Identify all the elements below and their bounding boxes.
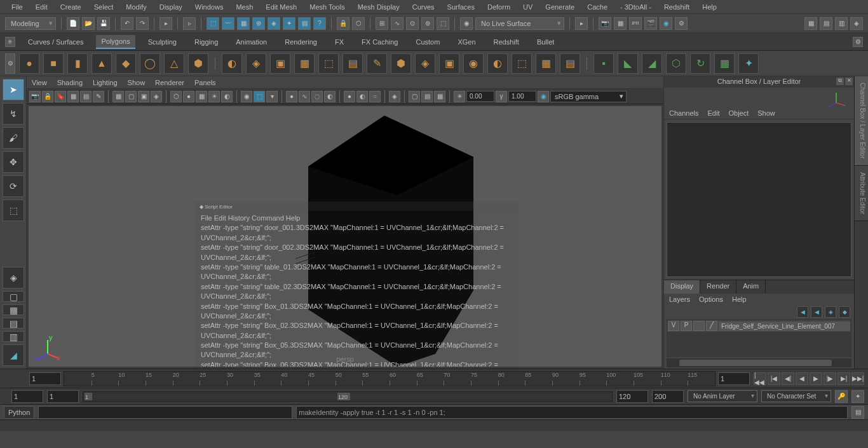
menu-help[interactable]: Help xyxy=(696,1,723,13)
close-icon[interactable]: ✕ xyxy=(845,78,853,85)
layer-new-selected-icon[interactable]: ◆ xyxy=(839,306,850,318)
vp-2d-icon[interactable]: ▤ xyxy=(80,91,92,102)
vp-lights-icon[interactable]: ☀ xyxy=(208,91,220,102)
render-view-button[interactable]: 🎬 xyxy=(644,17,657,30)
menu-surfaces[interactable]: Surfaces xyxy=(441,1,481,13)
select-hierarchy-button[interactable]: ▸ xyxy=(159,17,172,30)
shelf-menu-icon[interactable]: ≡ xyxy=(5,37,15,47)
open-scene-button[interactable]: 📂 xyxy=(82,17,95,30)
layout-four-icon[interactable]: ▦ xyxy=(3,304,24,315)
render-globals-button[interactable]: ⚙ xyxy=(675,17,688,30)
shelf-custom[interactable]: Custom xyxy=(411,36,445,48)
shelf-fx[interactable]: FX xyxy=(330,36,349,48)
settings-button[interactable]: ◈ xyxy=(850,17,863,30)
snap-grid-button[interactable]: ⊞ xyxy=(376,17,388,30)
shelf-rendering[interactable]: Rendering xyxy=(280,36,322,48)
poly-cube-icon[interactable]: ■ xyxy=(43,53,64,74)
shelf-xgen[interactable]: XGen xyxy=(452,36,480,48)
snap-center-button[interactable]: ⊚ xyxy=(421,17,434,30)
vp-film-gate-icon[interactable]: ▢ xyxy=(125,91,137,102)
go-start-button[interactable]: |◀◀ xyxy=(754,372,766,385)
vtab-attribute-editor[interactable]: Attribute Editor xyxy=(855,166,868,221)
select-poly-button[interactable]: ▦ xyxy=(237,17,250,30)
play-back-button[interactable]: ◀ xyxy=(796,372,808,385)
shelf-rigging[interactable]: Rigging xyxy=(189,36,223,48)
play-forward-button[interactable]: ▶ xyxy=(810,372,822,385)
viewport-3d[interactable]: ◆ Script Editor File Edit History Comman… xyxy=(27,104,663,369)
vp-motion-blur-icon[interactable]: ∿ xyxy=(299,91,310,102)
select-deform-button[interactable]: ◈ xyxy=(268,17,280,30)
edit-menu[interactable]: Edit xyxy=(707,109,719,117)
auto-key-button[interactable]: 🔑 xyxy=(835,390,848,403)
layer-new-empty-icon[interactable]: ◈ xyxy=(825,306,836,318)
remesh-icon[interactable]: ▤ xyxy=(560,53,580,74)
vp-image-plane-icon[interactable]: ▦ xyxy=(67,91,79,102)
poly-pipe-icon[interactable]: ⬢ xyxy=(188,53,208,74)
vp-textured-icon[interactable]: ▦ xyxy=(196,91,207,102)
vp-color-mgmt-icon[interactable]: ◉ xyxy=(538,91,549,102)
poly-platonic-icon[interactable]: ✎ xyxy=(367,53,387,74)
redo-button[interactable]: ↷ xyxy=(136,17,149,30)
poly-gear-icon[interactable]: ▦ xyxy=(294,53,315,74)
menu-mesh[interactable]: Mesh xyxy=(229,1,259,13)
render-frame-button[interactable]: 📷 xyxy=(599,17,611,30)
prefs-button[interactable]: ✦ xyxy=(851,390,864,403)
layout-outliner-icon[interactable]: ▥ xyxy=(3,331,24,342)
vp-flat-icon[interactable]: ◈ xyxy=(389,91,400,102)
vp-grid-icon[interactable]: ▦ xyxy=(112,91,124,102)
extract-icon[interactable]: ▣ xyxy=(439,53,459,74)
snap-point-button[interactable]: ⊙ xyxy=(406,17,419,30)
combine-icon[interactable]: ⬢ xyxy=(391,53,411,74)
vp-gate-mask-icon[interactable]: ◈ xyxy=(151,91,162,102)
lock-button[interactable]: 🔒 xyxy=(337,17,349,30)
vp-exposure-icon[interactable]: ☀ xyxy=(454,91,465,102)
step-back-button[interactable]: |◀ xyxy=(768,372,780,385)
mirror-icon[interactable]: ⬚ xyxy=(512,53,532,74)
help-menu[interactable]: Help xyxy=(732,295,747,303)
menu-uv[interactable]: UV xyxy=(517,1,539,13)
poly-helix-icon[interactable]: ⬚ xyxy=(318,53,339,74)
layer-move-up-icon[interactable]: ◀ xyxy=(797,306,808,318)
shelf-sculpting[interactable]: Sculpting xyxy=(143,36,182,48)
layers-menu[interactable]: Layers xyxy=(669,295,690,303)
range-anim-start-field[interactable] xyxy=(47,390,79,403)
range-end-field[interactable] xyxy=(652,390,684,403)
menu-edit[interactable]: Edit xyxy=(29,1,54,13)
vp-isolate-icon[interactable]: ◉ xyxy=(241,91,252,102)
scale-tool[interactable]: ⬚ xyxy=(3,200,24,221)
vp-gamma-icon[interactable]: γ xyxy=(496,91,507,102)
vp-two-icon[interactable]: ▤ xyxy=(421,91,433,102)
target-weld-icon[interactable]: ✦ xyxy=(738,53,759,74)
menu-select[interactable]: Select xyxy=(88,1,120,13)
poly-sphere-icon[interactable]: ● xyxy=(19,53,39,74)
vp-exposure-field[interactable] xyxy=(466,91,494,102)
reduce-icon[interactable]: ▦ xyxy=(536,53,556,74)
shelf-redshift[interactable]: Redshift xyxy=(489,36,524,48)
boolean-icon[interactable]: ◉ xyxy=(463,53,484,74)
layer-visible-toggle[interactable]: V xyxy=(668,321,679,331)
poly-type-icon[interactable]: ◐ xyxy=(222,53,242,74)
go-end-button[interactable]: ▶▶| xyxy=(851,372,864,385)
shelf-animation[interactable]: Animation xyxy=(231,36,272,48)
vp-menu-shading[interactable]: Shading xyxy=(57,79,83,86)
menu-meshdisplay[interactable]: Mesh Display xyxy=(351,1,406,13)
tab-render[interactable]: Render xyxy=(700,280,736,294)
extrude-icon[interactable]: ▪ xyxy=(593,53,614,74)
anim-layer-dropdown[interactable]: No Anim Layer xyxy=(688,390,757,402)
menu-redshift[interactable]: Redshift xyxy=(658,1,696,13)
append-icon[interactable]: ⬡ xyxy=(666,53,686,74)
vp-menu-show[interactable]: Show xyxy=(128,79,146,86)
layer-move-down-icon[interactable]: ◀ xyxy=(811,306,822,318)
workspace-button[interactable]: ▥ xyxy=(835,17,848,30)
bevel-icon[interactable]: ◣ xyxy=(618,53,638,74)
move-tool[interactable]: ✥ xyxy=(3,151,24,173)
render-target-button[interactable]: ◉ xyxy=(660,17,672,30)
layer-row[interactable]: V P ╱ Fridge_Self_Service_Line_Element_0… xyxy=(668,320,850,332)
poly-torus-icon[interactable]: ◯ xyxy=(140,53,160,74)
poly-cone-icon[interactable]: ▲ xyxy=(92,53,112,74)
vp-single-icon[interactable]: ▢ xyxy=(409,91,420,102)
vp-select-camera-icon[interactable]: 📷 xyxy=(29,91,41,102)
time-current-field[interactable] xyxy=(29,372,61,385)
step-forward-button[interactable]: ▶| xyxy=(837,372,850,385)
shelf-editor-icon[interactable]: ⚙ xyxy=(5,53,15,74)
